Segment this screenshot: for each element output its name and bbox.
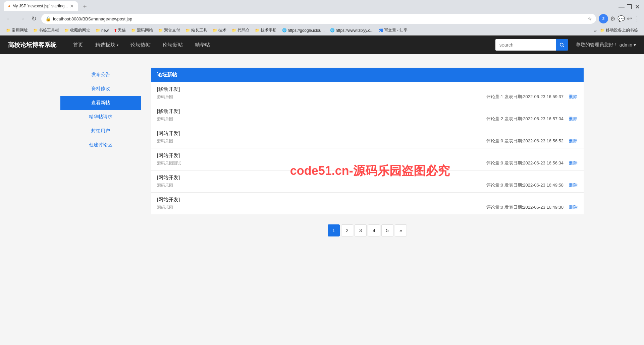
new-tab-button[interactable]: ＋: [80, 1, 89, 11]
bookmark-技术手册[interactable]: 技术手册: [253, 27, 279, 34]
post-row: [移动开发] 源码乐园 评论量:2 发表日期:2022-06-23 16:57:…: [151, 104, 584, 126]
post-title[interactable]: [移动开发]: [157, 108, 180, 115]
post-title[interactable]: [网站开发]: [157, 175, 180, 181]
bookmark-代码仓[interactable]: 代码仓: [230, 27, 252, 34]
nav-featured-posts[interactable]: 精华帖: [189, 36, 216, 54]
nav-links: 首页 精选板块 ▾ 论坛热帖 论坛新帖 精华帖: [67, 36, 495, 54]
nav-search-box: [495, 39, 568, 51]
post-title[interactable]: [网站开发]: [157, 197, 180, 203]
post-comment-date: 评论量:0 发表日期:2022-06-23 16:49:58: [486, 182, 564, 188]
dropdown-arrow-icon: ▾: [117, 43, 118, 47]
page-button-»[interactable]: »: [395, 224, 407, 236]
bookmark-lzlxyy[interactable]: https://www.lzlxyy.c...: [328, 27, 375, 33]
back-button[interactable]: ←: [4, 14, 14, 24]
post-author: 源码乐园测试: [157, 160, 181, 166]
sidebar-item-publish-notice[interactable]: 发布公告: [60, 68, 141, 82]
sidebar-item-profile-edit[interactable]: 资料修改: [60, 82, 141, 96]
user-dropdown-arrow: ▾: [634, 42, 636, 48]
post-row-top: [网站开发]: [157, 152, 578, 159]
post-row-bottom: 源码乐园 评论量:0 发表日期:2022-06-23 16:49:30 删除: [157, 204, 578, 210]
delete-post-button[interactable]: 删除: [569, 204, 578, 210]
address-input[interactable]: [53, 16, 586, 21]
profile-icon[interactable]: 2: [599, 14, 608, 23]
bookmark-star-icon[interactable]: ☆: [588, 16, 592, 21]
search-input[interactable]: [495, 39, 556, 51]
extension-icon[interactable]: ⚙: [610, 15, 615, 22]
post-comment-date: 评论量:0 发表日期:2022-06-23 16:49:30: [486, 204, 564, 210]
nav-hot-posts[interactable]: 论坛热帖: [124, 36, 157, 54]
delete-post-button[interactable]: 删除: [569, 116, 578, 122]
sidebar-item-featured-request[interactable]: 精华帖请求: [60, 110, 141, 124]
bookmark-源码网站[interactable]: 源码网站: [129, 27, 155, 34]
bookmark-google[interactable]: https://google.iclou...: [280, 27, 327, 33]
tab-title: My JSP 'newpost.jsp' starting...: [12, 4, 68, 8]
post-row-top: [移动开发]: [157, 86, 578, 92]
delete-post-button[interactable]: 删除: [569, 160, 578, 166]
bookmarks-more-icon[interactable]: »: [594, 28, 597, 33]
page-button-1[interactable]: 1: [328, 224, 340, 236]
sidebar-item-create-forum[interactable]: 创建讨论区: [60, 138, 141, 152]
forward-button[interactable]: →: [17, 14, 27, 24]
post-title[interactable]: [移动开发]: [157, 86, 180, 92]
bookmark-常用网址[interactable]: 常用网址: [4, 27, 30, 34]
tab-close-btn[interactable]: ✕: [70, 3, 74, 9]
reload-button[interactable]: ↻: [30, 14, 39, 24]
menu-icon[interactable]: ⋮: [634, 15, 640, 22]
sidebar-item-ban-user[interactable]: 封锁用户: [60, 124, 141, 138]
bookmark-技术[interactable]: 技术: [211, 27, 228, 34]
delete-post-button[interactable]: 删除: [569, 182, 578, 188]
minimize-button[interactable]: —: [619, 3, 624, 9]
page-button-5[interactable]: 5: [381, 224, 393, 236]
page-button-4[interactable]: 4: [368, 224, 380, 236]
post-row: [网站开发] 源码乐园测试 评论量:0 发表日期:2022-06-23 16:5…: [151, 148, 584, 170]
browser-tab[interactable]: ● My JSP 'newpost.jsp' starting... ✕: [4, 1, 78, 11]
bookmark-站长工具[interactable]: 站长工具: [183, 27, 209, 34]
post-title[interactable]: [网站开发]: [157, 152, 180, 159]
nav-new-posts[interactable]: 论坛新帖: [157, 36, 189, 54]
delete-post-button[interactable]: 删除: [569, 138, 578, 144]
post-title[interactable]: [网站开发]: [157, 130, 180, 137]
post-row-bottom: 源码乐园 评论量:2 发表日期:2022-06-23 16:57:04 删除: [157, 116, 578, 122]
post-row-bottom: 源码乐园 评论量:0 发表日期:2022-06-23 16:49:58 删除: [157, 182, 578, 188]
page-button-3[interactable]: 3: [355, 224, 367, 236]
post-author: 源码乐园: [157, 94, 173, 100]
bookmark-mobile[interactable]: 移动设备上的书签: [598, 27, 640, 34]
pagination: 12345»: [151, 214, 584, 247]
bookmark-收藏的网址[interactable]: 收藏的网址: [62, 27, 92, 34]
bookmark-new[interactable]: new: [94, 27, 111, 33]
nav-selected-board[interactable]: 精选板块 ▾: [89, 36, 124, 54]
post-author: 源码乐园: [157, 138, 173, 144]
search-button[interactable]: [556, 39, 568, 51]
post-row-bottom: 源码乐园 评论量:1 发表日期:2022-06-23 16:59:37 删除: [157, 94, 578, 100]
post-author: 源码乐园: [157, 116, 173, 122]
post-row: [网站开发] 源码乐园 评论量:0 发表日期:2022-06-23 16:56:…: [151, 126, 584, 148]
browser-right-icons: 2 ⚙ 💬 ↩ ⋮: [599, 14, 640, 23]
app-logo: 高校论坛博客系统: [8, 41, 56, 49]
nav-user-greeting[interactable]: 尊敬的管理员您好！ admin ▾: [576, 42, 636, 48]
post-row-bottom: 源码乐园 评论量:0 发表日期:2022-06-23 16:56:52 删除: [157, 138, 578, 144]
page-button-2[interactable]: 2: [341, 224, 353, 236]
bookmarks-bar: 常用网址 书签工具栏 收藏的网址 new T 天猫 源码网站 聚合支付 站长工具…: [0, 25, 644, 36]
post-comment-date: 评论量:0 发表日期:2022-06-23 16:56:52: [486, 138, 564, 144]
bookmark-tianmao[interactable]: T 天猫: [112, 27, 128, 34]
bookmark-聚合支付[interactable]: 聚合支付: [156, 27, 182, 34]
cast-icon[interactable]: 💬: [618, 15, 625, 22]
back-arrow-icon[interactable]: ↩: [627, 15, 632, 22]
section-header: 论坛新帖: [151, 68, 584, 82]
nav-home[interactable]: 首页: [67, 36, 89, 54]
content-area: 论坛新帖 [移动开发] 源码乐园 评论量:1 发表日期:2022-06-23 1…: [151, 68, 584, 247]
svg-point-0: [560, 43, 563, 46]
post-row-top: [移动开发]: [157, 108, 578, 115]
delete-post-button[interactable]: 删除: [569, 94, 578, 100]
address-bar-row: ← → ↻ 🔒 ☆ 2 ⚙ 💬 ↩ ⋮: [0, 12, 644, 25]
bookmark-zhihu[interactable]: 知 写文章 - 知乎: [377, 27, 410, 34]
sidebar-item-view-new-posts[interactable]: 查看新帖: [60, 96, 141, 110]
post-comment-date: 评论量:1 发表日期:2022-06-23 16:59:37: [486, 94, 564, 100]
address-bar-wrapper: 🔒 ☆: [41, 14, 596, 24]
maximize-button[interactable]: ❐: [627, 3, 632, 9]
bookmark-书签工具栏[interactable]: 书签工具栏: [31, 27, 61, 34]
main-content: 发布公告 资料修改 查看新帖 精华帖请求 封锁用户 创建讨论区 论坛新帖 [移动…: [0, 54, 644, 260]
close-button[interactable]: ✕: [635, 3, 640, 9]
post-row-top: [网站开发]: [157, 175, 578, 181]
post-author: 源码乐园: [157, 205, 173, 210]
